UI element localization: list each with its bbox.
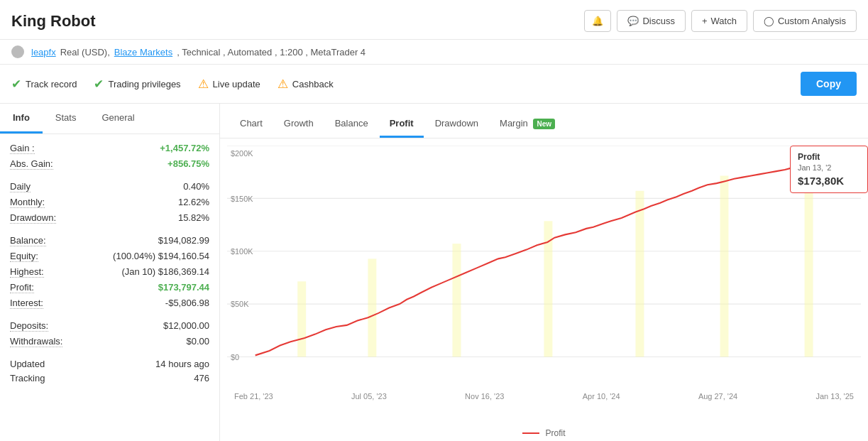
svg-rect-10 — [297, 281, 306, 356]
equity-value: (100.04%) $194,160.54 — [113, 251, 209, 261]
abs-gain-label: Abs. Gain: — [10, 158, 53, 170]
tab-stats[interactable]: Stats — [43, 104, 89, 134]
monthly-value: 12.62% — [178, 197, 209, 207]
chart-tab-balance[interactable]: Balance — [325, 111, 378, 138]
withdrawals-row: Withdrawals: $0.00 — [10, 336, 209, 347]
left-panel: Info Stats General Gain : +1,457.72% Abs… — [0, 104, 220, 441]
warn-icon-cashback: ⚠ — [278, 77, 288, 92]
bell-icon: 🔔 — [592, 16, 603, 26]
deposits-value: $12,000.00 — [163, 320, 209, 331]
avatar — [11, 45, 24, 58]
svg-rect-11 — [368, 258, 376, 356]
drawdown-label: Drawdown: — [10, 212, 56, 224]
legend-line-icon — [522, 432, 539, 434]
equity-row: Equity: (100.04%) $194,160.54 — [10, 251, 209, 262]
sub-header: leapfx Real (USD), Blaze Markets , Techn… — [0, 40, 868, 65]
x-label-4: Aug 27, '24 — [698, 392, 737, 401]
user-link[interactable]: leapfx — [31, 47, 56, 58]
badge-cashback-label: Cashback — [292, 79, 334, 89]
legend-label: Profit — [545, 428, 565, 438]
profit-chart: $0 $50K $100K $150K $200K — [227, 146, 861, 387]
x-label-2: Nov 16, '23 — [465, 392, 504, 401]
interest-value: -$5,806.98 — [165, 298, 209, 308]
chart-tab-growth[interactable]: Growth — [274, 111, 324, 138]
svg-rect-15 — [720, 176, 729, 357]
main-layout: Info Stats General Gain : +1,457.72% Abs… — [0, 104, 868, 441]
svg-rect-12 — [453, 244, 461, 356]
drawdown-row: Drawdown: 15.82% — [10, 212, 209, 224]
gain-row: Gain : +1,457.72% — [10, 143, 209, 154]
tab-info[interactable]: Info — [0, 104, 43, 134]
chart-tab-drawdown[interactable]: Drawdown — [425, 111, 488, 138]
chart-tabs: Chart Growth Balance Profit Drawdown Mar… — [220, 104, 868, 138]
daily-label: Daily — [10, 181, 31, 192]
chart-legend: Profit — [220, 423, 868, 441]
x-labels: Feb 21, '23 Jul 05, '23 Nov 16, '23 Apr … — [227, 389, 861, 401]
svg-text:$50K: $50K — [231, 300, 249, 308]
tooltip-value: $173,80K — [798, 175, 860, 187]
profit-value: $173,797.44 — [158, 282, 209, 293]
discuss-icon: 💬 — [627, 16, 639, 26]
drawdown-value: 15.82% — [178, 212, 209, 223]
tab-general[interactable]: General — [89, 104, 147, 134]
chart-tab-profit[interactable]: Profit — [380, 111, 424, 138]
badge-track-label: Track record — [26, 79, 77, 89]
badge-live-update: ⚠ Live update — [198, 77, 260, 92]
chart-tab-margin[interactable]: Margin New — [490, 111, 565, 138]
copy-button[interactable]: Copy — [801, 72, 857, 96]
svg-text:$150K: $150K — [231, 194, 253, 202]
bell-button[interactable]: 🔔 — [584, 10, 611, 32]
gain-value: +1,457.72% — [160, 143, 209, 153]
info-content: Gain : +1,457.72% Abs. Gain: +856.75% Da… — [0, 134, 219, 396]
page-title: King Robot — [11, 12, 96, 31]
header-actions: 🔔 💬 Discuss + Watch ◯ Custom Analysis — [584, 10, 857, 32]
monthly-row: Monthly: 12.62% — [10, 197, 209, 208]
svg-text:$0: $0 — [231, 352, 239, 361]
x-label-5: Jan 13, '25 — [815, 392, 853, 401]
badge-cashback: ⚠ Cashback — [278, 77, 334, 92]
svg-text:$100K: $100K — [231, 247, 253, 256]
header: King Robot 🔔 💬 Discuss + Watch ◯ Custom … — [0, 0, 868, 40]
highest-value: (Jan 10) $186,369.14 — [121, 266, 209, 277]
chart-tab-chart[interactable]: Chart — [230, 111, 273, 138]
balance-label: Balance: — [10, 235, 46, 246]
x-label-3: Apr 10, '24 — [583, 392, 620, 401]
balance-row: Balance: $194,082.99 — [10, 235, 209, 246]
badge-trading-label: Trading privileges — [108, 79, 180, 89]
discuss-button[interactable]: 💬 Discuss — [617, 10, 686, 32]
updated-label: Updated — [10, 359, 45, 369]
withdrawals-label: Withdrawals: — [10, 336, 62, 347]
watch-button[interactable]: + Watch — [691, 10, 747, 32]
badge-trading-privileges: ✔ Trading privileges — [94, 77, 180, 92]
badge-track-record: ✔ Track record — [11, 77, 77, 92]
new-badge: New — [533, 119, 555, 129]
interest-label: Interest: — [10, 298, 43, 309]
tracking-row: Tracking 476 — [10, 373, 209, 383]
check-icon-track: ✔ — [11, 77, 21, 92]
updated-row: Updated 14 hours ago — [10, 359, 209, 369]
clock-icon: ◯ — [764, 16, 774, 26]
svg-text:$200K: $200K — [231, 149, 253, 158]
x-label-0: Feb 21, '23 — [234, 392, 273, 401]
abs-gain-row: Abs. Gain: +856.75% — [10, 158, 209, 170]
badge-live-label: Live update — [213, 79, 260, 89]
profit-label: Profit: — [10, 282, 34, 293]
balance-value: $194,082.99 — [158, 235, 209, 246]
warn-icon-live: ⚠ — [198, 77, 209, 92]
daily-row: Daily 0.40% — [10, 181, 209, 192]
chart-tooltip: Profit Jan 13, '2 $173,80K — [790, 146, 868, 193]
tooltip-date: Jan 13, '2 — [798, 163, 860, 172]
check-icon-trading: ✔ — [94, 77, 104, 92]
left-tabs: Info Stats General — [0, 104, 219, 134]
badges-row: ✔ Track record ✔ Trading privileges ⚠ Li… — [0, 65, 868, 104]
interest-row: Interest: -$5,806.98 — [10, 298, 209, 309]
withdrawals-value: $0.00 — [186, 336, 209, 347]
custom-analysis-button[interactable]: ◯ Custom Analysis — [753, 10, 857, 32]
updated-value: 14 hours ago — [155, 359, 209, 369]
equity-label: Equity: — [10, 251, 38, 262]
plus-icon: + — [702, 16, 708, 26]
gain-label: Gain : — [10, 143, 35, 154]
broker-link[interactable]: Blaze Markets — [114, 47, 172, 58]
profit-row: Profit: $173,797.44 — [10, 282, 209, 293]
deposits-label: Deposits: — [10, 320, 48, 332]
